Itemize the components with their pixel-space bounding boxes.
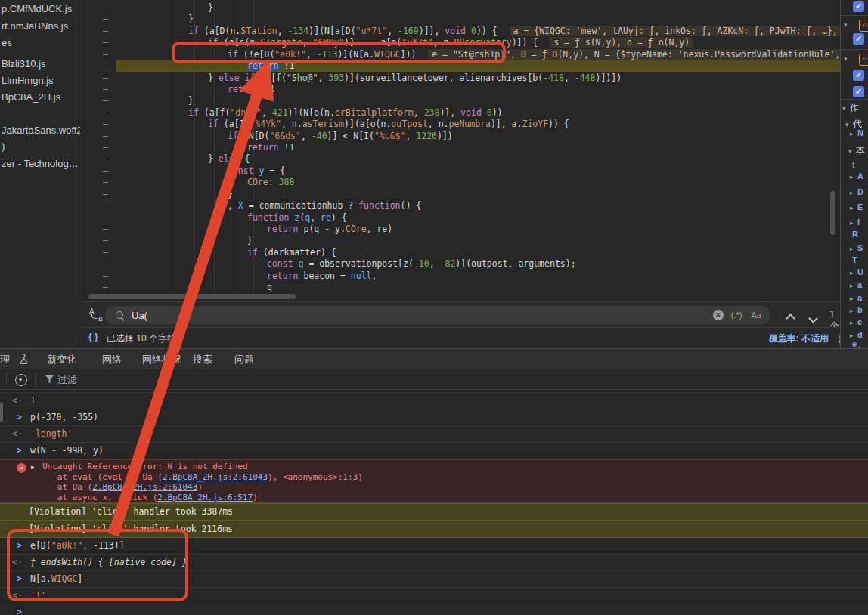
code-line[interactable]: –}	[82, 189, 840, 201]
console-input-entry[interactable]: >e[D("a0k!", -113)]	[0, 538, 868, 555]
file-item[interactable]: BpC8A_2H.js	[2, 90, 80, 105]
console-result-entry[interactable]: <·'!'	[0, 588, 868, 604]
fold-marker[interactable]: –	[103, 200, 108, 212]
code-line[interactable]: –, X = communicationhub ? function() {	[82, 200, 840, 212]
scope-variable[interactable]: R	[850, 230, 858, 239]
scope-variable[interactable]: ▸ a	[850, 293, 862, 302]
fold-marker[interactable]: –	[103, 2, 108, 14]
code-line[interactable]: –q	[82, 282, 840, 294]
breakpoint-checkbox[interactable]: ✓	[853, 86, 864, 97]
scope-variable[interactable]: ▸ d	[850, 330, 863, 339]
code-line[interactable]: –return !1	[82, 84, 840, 96]
drawer-tab-1[interactable]: 理	[0, 353, 10, 366]
stack-frame-link[interactable]: 2.BpC8A_2H.js:6:517	[157, 493, 253, 502]
fold-marker[interactable]: –	[103, 95, 108, 107]
replace-toggle-icon[interactable]: A B	[89, 308, 103, 322]
code-line[interactable]: –}	[82, 14, 840, 26]
fold-marker[interactable]: –	[103, 282, 108, 293]
fold-marker[interactable]: –	[103, 247, 108, 258]
console-result-entry[interactable]: <·'length'	[0, 426, 868, 443]
expand-triangle-icon[interactable]: ▶	[31, 462, 35, 473]
fold-marker[interactable]: –	[103, 14, 108, 25]
fold-marker[interactable]: –	[103, 73, 108, 84]
scope-variable[interactable]: ▸ S	[850, 243, 863, 252]
file-item[interactable]: LlmHmgn.js	[2, 73, 80, 88]
scope-variable[interactable]: ▸ N	[850, 128, 863, 138]
console-input-entry[interactable]: >w(N - -998, y)	[0, 443, 868, 459]
scope-variable[interactable]: ▸ U	[850, 267, 863, 277]
scope-variable[interactable]: ▸ c	[850, 317, 862, 326]
console-result-entry[interactable]: <·ƒ endsWith() { [native code] }	[0, 555, 868, 571]
console-input-entry[interactable]: >N[a.WIQGC]	[0, 571, 868, 588]
console-filter-input[interactable]: 过滤	[57, 373, 77, 387]
breakpoint-checkbox[interactable]: ✓	[853, 33, 864, 45]
console-result-entry[interactable]: <·1	[0, 393, 868, 409]
fold-marker[interactable]: –	[103, 224, 108, 235]
code-line[interactable]: –if (!e[D("a0k!", -113)](N[a.WIQGC])) e …	[82, 49, 840, 61]
live-expression-eye-icon[interactable]	[15, 374, 27, 386]
file-item[interactable]: zer - Technolog…	[2, 156, 80, 172]
fold-marker[interactable]: –	[103, 49, 108, 60]
code-line[interactable]: –} else if (a[f("Sho@", 393)](surveillan…	[82, 73, 840, 85]
collapse-triangle-icon[interactable]: ▾	[844, 55, 848, 63]
fold-marker[interactable]: –	[103, 119, 108, 130]
scope-variable[interactable]: ▸ E	[850, 202, 863, 212]
code-line[interactable]: –if (a[I("%4Yk", n.asTerism)](a[o(n.ouTp…	[82, 119, 840, 131]
scope-section-header[interactable]: ▾ 本	[848, 144, 865, 157]
pretty-print-icon[interactable]: { }	[88, 332, 98, 342]
stack-frame-link[interactable]: 2.BpC8A_2H.js:2:61043	[163, 472, 268, 482]
code-line[interactable]: –return !1	[82, 142, 840, 154]
regex-toggle-icon[interactable]: (.*)	[731, 311, 742, 320]
match-case-toggle-icon[interactable]: Aa	[752, 311, 761, 320]
code-line[interactable]: –COre: 388	[82, 177, 840, 189]
console-violation-entry[interactable]: [Violation] 'click' handler took 2116ms	[0, 521, 868, 538]
code-line[interactable]: –return !1	[82, 60, 840, 73]
console-input-entry[interactable]: >p(-370, -355)	[0, 409, 868, 426]
previous-match-button[interactable]	[787, 311, 794, 325]
scope-variable[interactable]: t	[850, 160, 854, 169]
fold-marker[interactable]: –	[103, 26, 108, 37]
code-line[interactable]: –const q = observationpost[z(-10, -82)](…	[82, 258, 840, 270]
file-item[interactable]: )	[2, 139, 80, 154]
code-line[interactable]: –if (N[D("6&ds", -40)] < N[I("%c&$", 122…	[82, 131, 840, 143]
code-line[interactable]: –}	[82, 235, 840, 247]
console-scrollbar[interactable]	[0, 402, 3, 422]
code-line[interactable]: –if (a[f("dnuW", 421)](N[o(n.orBitalplat…	[82, 107, 840, 119]
code-line[interactable]: –return beacon = null,	[82, 270, 840, 283]
code-line[interactable]: –const y = {	[82, 165, 840, 178]
drawer-tab-4[interactable]: 网络状况	[142, 353, 181, 366]
fold-marker[interactable]: –	[103, 142, 108, 153]
next-match-button[interactable]	[810, 311, 817, 325]
console-prompt[interactable]: >	[0, 604, 868, 615]
fold-marker[interactable]: –	[103, 37, 108, 48]
console-error-entry[interactable]: ✕▶Uncaught ReferenceError: N is not defi…	[0, 459, 868, 503]
file-item[interactable]: Blzli310.js	[2, 57, 80, 72]
find-query-text[interactable]: Ua(	[132, 310, 713, 321]
fold-marker[interactable]: –	[103, 165, 108, 177]
fold-marker[interactable]: –	[103, 131, 108, 142]
fold-marker[interactable]: –	[103, 153, 108, 165]
editor-vscrollbar[interactable]	[830, 191, 835, 235]
file-item[interactable]: es	[2, 36, 80, 51]
code-line[interactable]: –if (darkmatter) {	[82, 247, 840, 259]
fold-marker[interactable]: –	[103, 177, 108, 188]
scope-section-header[interactable]: ▾ 作	[842, 101, 859, 114]
fold-marker[interactable]: –	[103, 235, 108, 246]
code-line[interactable]: –} else {	[82, 153, 840, 165]
drawer-tab-3[interactable]: 网络	[102, 353, 122, 366]
scope-variable[interactable]: ▸ b	[850, 305, 863, 314]
fold-marker[interactable]: –	[103, 212, 108, 224]
scope-variable[interactable]: ▸ a	[850, 280, 862, 289]
clear-search-icon[interactable]: ✕	[713, 310, 724, 320]
coverage-link[interactable]: 覆盖率: 不适用	[769, 332, 829, 345]
code-line[interactable]: –if (a[D(n.STation, -134)](N[a[D("u*7t",…	[82, 26, 840, 38]
editor-hscrollbar[interactable]	[88, 294, 296, 299]
file-item[interactable]: p.CMfMdUCK.js	[2, 2, 80, 17]
find-input[interactable]: Ua( ✕ (.*) Aa	[105, 306, 770, 324]
code-line[interactable]: –if (a[s(n.STargate, "6MNy")] === a[o("u…	[82, 37, 840, 49]
source-editor[interactable]: –}–}–if (a[D(n.STation, -134)](N[a[D("u*…	[82, 0, 840, 301]
console-violation-entry[interactable]: [Violation] 'click' handler took 3387ms	[0, 503, 868, 521]
code-line[interactable]: –}	[82, 2, 840, 14]
fold-marker[interactable]: –	[103, 270, 108, 282]
drawer-tab-5[interactable]: 搜索	[193, 353, 212, 366]
